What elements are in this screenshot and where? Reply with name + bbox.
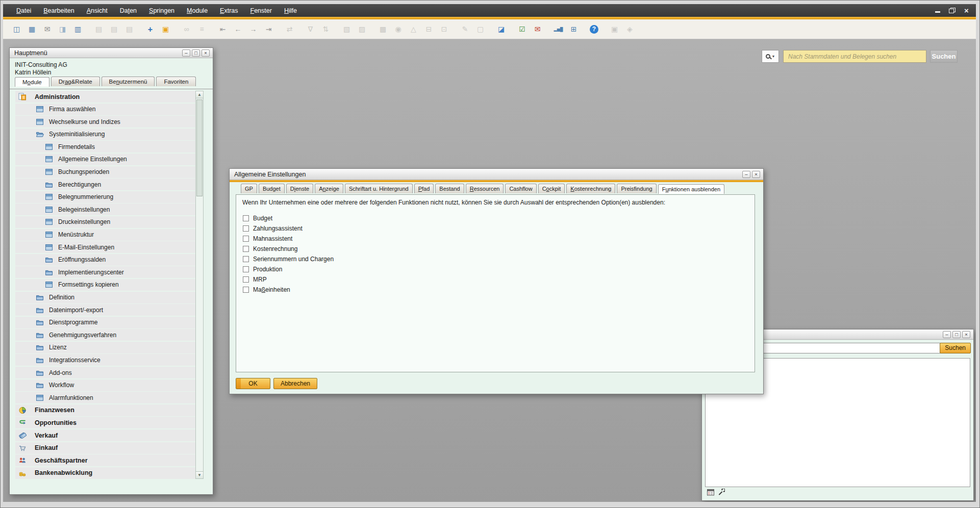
tree-item-systeminitialisierung[interactable]: Systeminitialisierung [15,129,196,140]
menu-extras[interactable]: Extras [214,4,244,17]
print-preview-icon[interactable]: ◫ [12,24,21,34]
minimize-icon[interactable] [935,8,941,13]
previous-record-icon[interactable]: ← [233,24,243,34]
dialog-tab-kostenrechnung[interactable]: Kostenrechnung [566,184,615,193]
tree-item-verkauf[interactable]: Verkauf [15,429,196,441]
minimize-icon[interactable]: – [182,49,190,57]
dialog-tab-cockpit[interactable]: Cockpit [538,184,565,193]
close-icon[interactable]: × [962,331,970,338]
tree-item-belegnummerierung[interactable]: Belegnummerierung [15,191,196,203]
help-icon[interactable]: ? [590,25,598,34]
maximize-icon[interactable]: □ [192,49,200,57]
tree-item-lizenz[interactable]: Lizenz [15,342,196,353]
wrench-icon[interactable] [718,489,725,498]
tree-item-eröffnungssalden[interactable]: Eröffnungssalden [15,254,196,266]
checkbox-mrp[interactable] [243,276,249,283]
tab-drag&relate[interactable]: Drag&Relate [51,77,100,86]
scroll-down-icon[interactable]: ▼ [196,471,203,478]
copy-icon[interactable]: ◨ [58,24,67,34]
tree-item-genehmigungsverfahren[interactable]: Genehmigungsverfahren [15,329,196,341]
scrollbar-thumb[interactable] [196,99,203,196]
messages-search-button[interactable]: Suchen [940,343,971,353]
lock-screen-icon[interactable]: ▣ [161,24,170,34]
navigation-cross-icon[interactable]: + [145,24,155,34]
tree-item-geschäftspartner[interactable]: Geschäftspartner [15,454,196,466]
tree-item-opportunities[interactable]: Opportunities [15,417,196,428]
minimize-icon[interactable]: – [742,171,750,178]
checkbox-produktion[interactable] [243,266,249,272]
checkbox-zahlungsassistent[interactable] [243,225,249,232]
tree-item-einkauf[interactable]: Einkauf [15,442,196,454]
checkbox-mahnassistent[interactable] [243,236,249,242]
close-icon[interactable]: × [752,171,760,178]
tree-item-menüstruktur[interactable]: Menüstruktur [15,229,196,241]
tree-item-buchungsperioden[interactable]: Buchungsperioden [15,166,196,178]
dialog-tab-ressourcen[interactable]: Ressourcen [466,184,504,193]
menu-fenster[interactable]: Fenster [244,4,278,17]
search-scope-dropdown[interactable]: ▼ [762,50,779,63]
maximize-icon[interactable]: □ [952,331,961,338]
email-icon[interactable]: ✉ [42,24,52,34]
menu-springen[interactable]: Springen [143,4,181,17]
tree-item-administration[interactable]: Administration [15,91,196,103]
tree-item-berechtigungen[interactable]: Berechtigungen [15,179,196,190]
close-icon[interactable]: × [202,49,210,57]
dialog-tab-budget[interactable]: Budget [259,184,285,193]
menu-module[interactable]: Module [181,4,214,17]
dialog-tab-cashflow[interactable]: Cashflow [505,184,536,193]
calendar-icon[interactable] [707,489,715,498]
tree-item-belegeinstellungen[interactable]: Belegeinstellungen [15,204,196,215]
main-menu-titlebar[interactable]: Hauptmenü – □ × [10,48,213,58]
next-record-icon[interactable]: → [248,24,258,34]
tree-item-dienstprogramme[interactable]: Dienstprogramme [15,317,196,328]
dialog-tab-schriftart-u-hintergrund[interactable]: Schriftart u. Hintergrund [345,184,413,193]
print-icon[interactable]: ▦ [27,24,37,34]
menu-hilfe[interactable]: Hilfe [278,4,303,17]
menu-ansicht[interactable]: Ansicht [81,4,114,17]
global-search-input[interactable] [783,50,926,63]
tree-item-e-mail-einstellungen[interactable]: E-Mail-Einstellungen [15,241,196,253]
tree-item-integrationsservice[interactable]: Integrationsservice [15,354,196,366]
checkbox-maßeinheiten[interactable] [243,287,249,293]
global-search-button[interactable]: Suchen [930,50,958,63]
checkbox-seriennummern-und-chargen[interactable] [243,256,249,262]
dialog-tab-dienste[interactable]: Dienste [286,184,313,193]
dialog-tab-pfad[interactable]: Pfad [414,184,434,193]
first-record-icon[interactable]: ⇤ [218,24,228,34]
dialog-tab-bestand[interactable]: Bestand [435,184,464,193]
cancel-button[interactable]: Abbrechen [273,378,317,389]
query-manager-icon[interactable]: ◪ [496,24,506,34]
tab-module[interactable]: Module [15,77,49,87]
org-chart-icon[interactable]: ⊞ [569,24,579,34]
close-icon[interactable]: × [963,8,970,13]
tree-item-firma-auswählen[interactable]: Firma auswählen [15,104,196,115]
menu-daten[interactable]: Daten [114,4,143,17]
scroll-up-icon[interactable]: ▲ [196,91,203,98]
tree-item-formsettings-kopieren[interactable]: Formsettings kopieren [15,279,196,291]
fax-icon[interactable]: ▥ [73,24,83,34]
tree-scrollbar[interactable]: ▲ ▼ [195,91,204,479]
tree-item-workflow[interactable]: Workflow [15,379,196,391]
restore-icon[interactable] [949,8,956,13]
checklist-icon[interactable]: ☑ [517,24,527,34]
tree-item-firmendetails[interactable]: Firmendetails [15,141,196,153]
tab-favoriten[interactable]: Favoriten [156,77,196,86]
dialog-tab-anzeige[interactable]: Anzeige [315,184,343,193]
chart-icon[interactable]: ▂▅█ [554,24,563,34]
menu-datei[interactable]: Datei [10,4,37,17]
tree-item-bankenabwicklung[interactable]: Bankenabwicklung [15,467,196,479]
last-record-icon[interactable]: ⇥ [264,24,273,34]
tree-item-wechselkurse-und-indizes[interactable]: Wechselkurse und Indizes [15,116,196,128]
message-alert-icon[interactable]: ✉ [533,24,542,34]
tree-item-implementierungscenter[interactable]: Implementierungscenter [15,266,196,278]
dialog-tab-preisfindung[interactable]: Preisfindung [617,184,656,193]
checkbox-kostenrechnung[interactable] [243,246,249,252]
tree-item-allgemeine-einstellungen[interactable]: Allgemeine Einstellungen [15,154,196,165]
ok-button[interactable]: OK [236,378,270,389]
tree-item-add-ons[interactable]: Add-ons [15,367,196,378]
minimize-icon[interactable]: – [943,331,951,338]
tree-item-datenimport-export[interactable]: Datenimport/-export [15,304,196,316]
menu-bearbeiten[interactable]: Bearbeiten [37,4,80,17]
dialog-tab-gp[interactable]: GP [241,184,257,193]
tree-item-alarmfunktionen[interactable]: Alarmfunktionen [15,392,196,403]
